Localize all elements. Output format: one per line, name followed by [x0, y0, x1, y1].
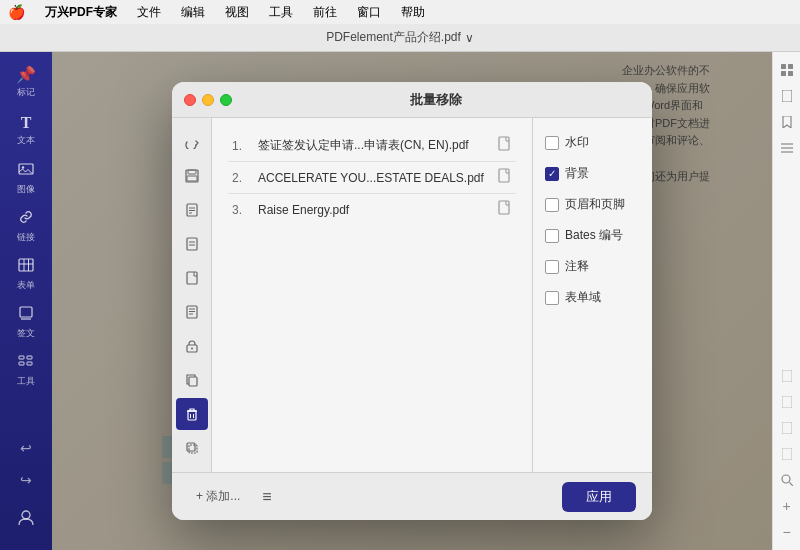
panel-icon-doc-c[interactable]: [777, 418, 797, 438]
option-form-field[interactable]: 表单域: [545, 289, 640, 306]
svg-rect-54: [782, 448, 792, 460]
file-num-3: 3.: [232, 203, 250, 217]
link-icon: [18, 209, 34, 229]
panel-icon-doc-b[interactable]: [777, 392, 797, 412]
batch-remove-modal: 批量移除: [172, 82, 652, 520]
tool-refresh[interactable]: [176, 126, 208, 158]
tool-doc2[interactable]: [176, 262, 208, 294]
add-button[interactable]: + 添加...: [188, 484, 248, 509]
close-button[interactable]: [184, 94, 196, 106]
menu-window[interactable]: 窗口: [353, 4, 385, 21]
menu-button[interactable]: ≡: [254, 484, 279, 510]
option-header-footer[interactable]: 页眉和页脚: [545, 196, 640, 213]
table-icon: [18, 257, 34, 277]
panel-icon-list[interactable]: [777, 138, 797, 158]
file-num-1: 1.: [232, 139, 250, 153]
sidebar-label-sign: 签文: [17, 327, 35, 340]
panel-icon-minus[interactable]: −: [777, 522, 797, 542]
panel-icon-doc-a[interactable]: [777, 366, 797, 386]
svg-rect-34: [189, 377, 197, 386]
tool-copy2[interactable]: [176, 432, 208, 464]
footer-left: + 添加... ≡: [188, 484, 280, 510]
svg-rect-8: [19, 356, 24, 359]
tool-doc1[interactable]: [176, 228, 208, 260]
sidebar-item-link[interactable]: 链接: [4, 204, 48, 248]
sidebar-label-link: 链接: [17, 231, 35, 244]
svg-rect-39: [189, 445, 197, 453]
apple-menu[interactable]: 🍎: [8, 4, 25, 20]
option-comment[interactable]: 注释: [545, 258, 640, 275]
svg-rect-43: [781, 64, 786, 69]
svg-rect-40: [499, 137, 509, 150]
svg-rect-52: [782, 396, 792, 408]
menu-tools[interactable]: 工具: [265, 4, 297, 21]
svg-point-1: [22, 166, 24, 168]
file-row-2: 2. ACCELERATE YOU...ESTATE DEALS.pdf: [228, 162, 516, 194]
sidebar-item-tool[interactable]: 工具: [4, 348, 48, 392]
tool-copy[interactable]: [176, 364, 208, 396]
tab-title[interactable]: PDFelement产品介绍.pdf ∨: [326, 29, 474, 46]
sidebar-item-sign[interactable]: 签文: [4, 300, 48, 344]
option-header-footer-label: 页眉和页脚: [565, 196, 625, 213]
tool-remove[interactable]: [176, 398, 208, 430]
checkbox-header-footer[interactable]: [545, 198, 559, 212]
sidebar-item-table[interactable]: 表单: [4, 252, 48, 296]
svg-rect-24: [187, 238, 197, 250]
sidebar-label-image: 图像: [17, 183, 35, 196]
svg-rect-9: [19, 362, 24, 365]
tool-export[interactable]: [176, 194, 208, 226]
svg-rect-45: [781, 71, 786, 76]
panel-icon-bookmark[interactable]: [777, 112, 797, 132]
svg-point-33: [191, 348, 193, 350]
menu-view[interactable]: 视图: [221, 4, 253, 21]
tab-chevron: ∨: [465, 31, 474, 45]
menu-file[interactable]: 文件: [133, 4, 165, 21]
sidebar-item-user[interactable]: [4, 498, 48, 542]
undo-button[interactable]: ↩: [8, 434, 44, 462]
panel-icon-search[interactable]: [777, 470, 797, 490]
option-background[interactable]: 背景: [545, 165, 640, 182]
panel-icon-plus[interactable]: +: [777, 496, 797, 516]
modal-tools: [172, 118, 212, 472]
menu-items: 文件 编辑 视图 工具 前往 窗口 帮助: [133, 4, 429, 21]
tool-doc3[interactable]: [176, 296, 208, 328]
sidebar-item-text[interactable]: T 文本: [4, 108, 48, 152]
svg-rect-41: [499, 169, 509, 182]
checkbox-background[interactable]: [545, 167, 559, 181]
svg-line-56: [789, 483, 793, 487]
tool-lock[interactable]: [176, 330, 208, 362]
app-name[interactable]: 万兴PDF专家: [41, 4, 121, 21]
minimize-button[interactable]: [202, 94, 214, 106]
sidebar-bottom: ↩ ↪: [4, 434, 48, 542]
file-name-2: ACCELERATE YOU...ESTATE DEALS.pdf: [258, 171, 490, 185]
sidebar-item-image[interactable]: 图像: [4, 156, 48, 200]
modal-footer: + 添加... ≡ 应用: [172, 472, 652, 520]
file-list: 1. 签证签发认定申请...申请表(CN, EN).pdf 2.: [212, 118, 532, 472]
option-form-field-label: 表单域: [565, 289, 601, 306]
checkbox-bates[interactable]: [545, 229, 559, 243]
option-bates[interactable]: Bates 编号: [545, 227, 640, 244]
panel-icon-doc-d[interactable]: [777, 444, 797, 464]
modal-titlebar: 批量移除: [172, 82, 652, 118]
svg-rect-38: [187, 443, 195, 451]
modal-overlay: 批量移除: [52, 52, 772, 550]
option-watermark[interactable]: 水印: [545, 134, 640, 151]
checkbox-comment[interactable]: [545, 260, 559, 274]
file-row-1: 1. 签证签发认定申请...申请表(CN, EN).pdf: [228, 130, 516, 162]
panel-icon-page[interactable]: [777, 86, 797, 106]
checkbox-form-field[interactable]: [545, 291, 559, 305]
user-icon: [17, 509, 35, 531]
redo-button[interactable]: ↪: [8, 466, 44, 494]
sidebar-item-mark[interactable]: 📌 标记: [4, 60, 48, 104]
option-comment-label: 注释: [565, 258, 589, 275]
maximize-button[interactable]: [220, 94, 232, 106]
menu-help[interactable]: 帮助: [397, 4, 429, 21]
checkbox-watermark[interactable]: [545, 136, 559, 150]
sidebar: 📌 标记 T 文本 图像 链接: [0, 52, 52, 550]
apply-button[interactable]: 应用: [562, 482, 636, 512]
panel-icon-grid[interactable]: [777, 60, 797, 80]
menu-go[interactable]: 前往: [309, 4, 341, 21]
svg-rect-46: [788, 71, 793, 76]
tool-save[interactable]: [176, 160, 208, 192]
menu-edit[interactable]: 编辑: [177, 4, 209, 21]
